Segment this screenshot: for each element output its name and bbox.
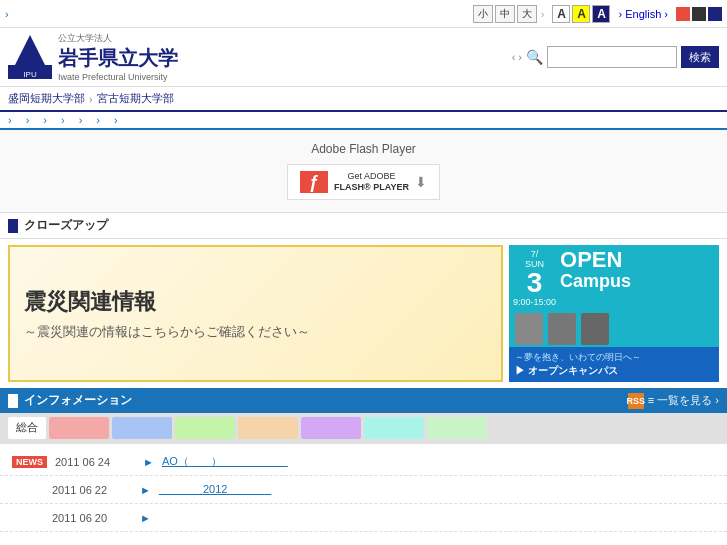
breadcrumb: 盛岡短期大学部 › 宮古短期大学部 bbox=[0, 87, 727, 112]
person-avatar-2 bbox=[548, 313, 576, 345]
svg-text:IPU: IPU bbox=[23, 70, 37, 79]
news-list: NEWS 2011 06 24 ► AO（ ） 2011 06 22 ► 201… bbox=[0, 444, 727, 536]
closeup-header: クローズアップ bbox=[0, 213, 727, 239]
nav-tab-6[interactable] bbox=[103, 118, 111, 122]
breadcrumb-item-morioka[interactable]: 盛岡短期大学部 bbox=[8, 91, 85, 106]
flash-title: Adobe Flash Player bbox=[12, 142, 715, 156]
flash-icon: ƒ bbox=[300, 171, 328, 193]
font-color-dark-btn[interactable]: A bbox=[592, 5, 610, 23]
news-date-3: 2011 06 20 bbox=[52, 512, 132, 524]
logo-bar: IPU 公立大学法人 岩手県立大学 Iwate Prefectural Univ… bbox=[0, 28, 727, 87]
color-block-blue bbox=[708, 7, 722, 21]
flash-download-icon: ⬇ bbox=[415, 174, 427, 190]
flash-badge[interactable]: ƒ Get ADOBE FLASH® PLAYER ⬇ bbox=[287, 164, 440, 200]
banner-disaster-title: 震災関連情報 bbox=[24, 287, 156, 317]
logo-area: IPU 公立大学法人 岩手県立大学 Iwate Prefectural Univ… bbox=[8, 32, 178, 82]
news-arrow-1: ► bbox=[143, 456, 154, 468]
banner-tagline: ～夢を抱き、いわての明日へ～ bbox=[515, 351, 713, 364]
color-blocks bbox=[676, 7, 722, 21]
nav-arrow-5: › bbox=[79, 114, 83, 126]
search-nav-arrow2[interactable]: › bbox=[518, 51, 522, 63]
category-tab-7[interactable] bbox=[427, 417, 487, 439]
news-text-3 bbox=[159, 510, 258, 525]
color-block-red bbox=[676, 7, 690, 21]
font-color-white-btn[interactable]: A bbox=[552, 5, 570, 23]
font-color-yellow-btn[interactable]: A bbox=[572, 5, 590, 23]
person-avatar-3 bbox=[581, 313, 609, 345]
nav-arrow-1[interactable]: › bbox=[8, 114, 12, 126]
university-name-en: Iwate Prefectural University bbox=[58, 72, 178, 82]
search-input[interactable] bbox=[547, 46, 677, 68]
date-month: 7/ bbox=[513, 249, 556, 259]
font-color-controls: A A A bbox=[552, 5, 610, 23]
banner-disaster[interactable]: 震災関連情報 ～震災関連の情報はこちらからご確認ください～ bbox=[8, 245, 503, 382]
flash-get-label: Get ADOBE bbox=[334, 171, 409, 182]
nav-tab-2[interactable] bbox=[32, 118, 40, 122]
category-tab-2[interactable] bbox=[112, 417, 172, 439]
nav-tabs-row: › › › › › › › bbox=[0, 112, 727, 130]
news-item: NEWS 2011 06 24 ► AO（ ） bbox=[0, 448, 727, 476]
open-campus-link[interactable]: ▶ オープンキャンパス bbox=[515, 364, 713, 378]
search-nav-arrow1[interactable]: ‹ bbox=[512, 51, 516, 63]
date-time: 9:00-15:00 bbox=[513, 297, 556, 307]
flash-f-letter: ƒ bbox=[309, 172, 319, 193]
university-logo-icon: IPU bbox=[8, 35, 52, 79]
info-title: インフォメーション bbox=[24, 392, 628, 409]
news-arrow-2: ► bbox=[140, 484, 151, 496]
nav-arrow-7: › bbox=[114, 114, 118, 126]
open-campus-text-block: OPEN Campus bbox=[560, 249, 631, 292]
category-tabs: 総合 bbox=[0, 413, 727, 443]
banner-persons-row bbox=[509, 311, 719, 347]
size-medium-btn[interactable]: 中 bbox=[495, 5, 515, 23]
rss-icon[interactable]: RSS bbox=[628, 393, 644, 409]
date-block: 7/ SUN 3 9:00-15:00 bbox=[513, 249, 556, 307]
banner-disaster-subtitle: ～震災関連の情報はこちらからご確認ください～ bbox=[24, 323, 310, 341]
news-link-2[interactable]: 2012 bbox=[159, 482, 271, 497]
date-number: 3 bbox=[513, 269, 556, 297]
category-tab-5[interactable] bbox=[301, 417, 361, 439]
org-label: 公立大学法人 bbox=[58, 32, 178, 45]
news-item: 2011 06 22 ► 2012 bbox=[0, 476, 727, 504]
closeup-indicator bbox=[8, 219, 18, 233]
nav-arrow-3: › bbox=[43, 114, 47, 126]
nav-arrow-6: › bbox=[96, 114, 100, 126]
size-controls: 小 中 大 bbox=[473, 5, 537, 23]
info-rss-area: RSS ≡ 一覧を見る › bbox=[628, 393, 719, 409]
search-area: ‹ › 🔍 検索 bbox=[512, 46, 719, 68]
logo-icon-container: IPU bbox=[8, 35, 52, 79]
nav-arrow-4: › bbox=[61, 114, 65, 126]
category-tab-1[interactable] bbox=[49, 417, 109, 439]
person-avatar-1 bbox=[515, 313, 543, 345]
banner-open-campus-content: 7/ SUN 3 9:00-15:00 OPEN Campus bbox=[509, 245, 719, 311]
color-block-dark bbox=[692, 7, 706, 21]
university-name-jp: 岩手県立大学 bbox=[58, 45, 178, 72]
closeup-banners: 震災関連情報 ～震災関連の情報はこちらからご確認ください～ 7/ SUN 3 9… bbox=[0, 239, 727, 388]
nav-tab-5[interactable] bbox=[85, 118, 93, 122]
search-nav-arrows: ‹ › bbox=[512, 51, 522, 63]
news-link-1[interactable]: AO（ ） bbox=[162, 454, 288, 469]
banner-open-campus[interactable]: 7/ SUN 3 9:00-15:00 OPEN Campus ～夢を抱き、いわ… bbox=[509, 245, 719, 382]
size-large-btn[interactable]: 大 bbox=[517, 5, 537, 23]
category-tab-3[interactable] bbox=[175, 417, 235, 439]
top-bar: › 小 中 大 › A A A › English › bbox=[0, 0, 727, 28]
nav-tab-1[interactable] bbox=[15, 118, 23, 122]
breadcrumb-item-miyako[interactable]: 宮古短期大学部 bbox=[97, 91, 174, 106]
language-btn[interactable]: › English › bbox=[618, 8, 668, 20]
banner-tagline-block: ～夢を抱き、いわての明日へ～ ▶ オープンキャンパス bbox=[509, 347, 719, 382]
search-button[interactable]: 検索 bbox=[681, 46, 719, 68]
news-date-1: 2011 06 24 bbox=[55, 456, 135, 468]
campus-label: Campus bbox=[560, 271, 631, 292]
category-tab-6[interactable] bbox=[364, 417, 424, 439]
flash-notice: Adobe Flash Player ƒ Get ADOBE FLASH® PL… bbox=[0, 130, 727, 213]
logo-text-block: 公立大学法人 岩手県立大学 Iwate Prefectural Universi… bbox=[58, 32, 178, 82]
flash-get-text: Get ADOBE FLASH® PLAYER bbox=[334, 171, 409, 193]
size-small-btn[interactable]: 小 bbox=[473, 5, 493, 23]
category-tab-4[interactable] bbox=[238, 417, 298, 439]
nav-tab-4[interactable] bbox=[68, 118, 76, 122]
list-link[interactable]: ≡ 一覧を見る › bbox=[648, 393, 719, 408]
nav-tab-3[interactable] bbox=[50, 118, 58, 122]
flash-player-label: FLASH® PLAYER bbox=[334, 182, 409, 193]
category-tab-all[interactable]: 総合 bbox=[8, 417, 46, 439]
top-nav-left-arrow[interactable]: › bbox=[5, 8, 9, 20]
breadcrumb-sep1: › bbox=[89, 93, 93, 105]
